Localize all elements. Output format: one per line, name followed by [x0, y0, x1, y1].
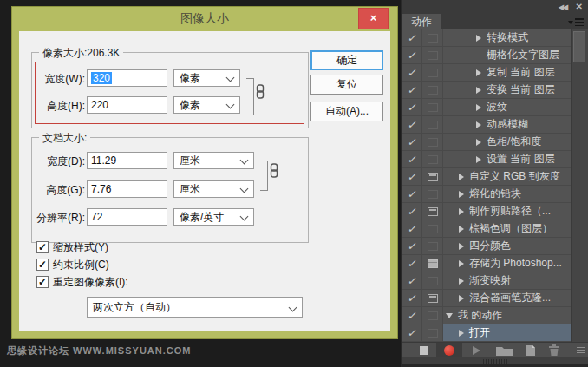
dialog-toggle[interactable] — [422, 272, 443, 289]
expand-arrow-icon[interactable] — [476, 104, 481, 111]
include-toggle[interactable]: ✓ — [402, 116, 422, 133]
scale-styles-checkbox[interactable]: ✓ — [36, 241, 49, 253]
action-row[interactable]: ✓存储为 Photoshop... — [402, 255, 571, 272]
drag-grip-icon[interactable] — [483, 359, 507, 364]
dialog-toggle[interactable] — [422, 116, 443, 133]
close-button[interactable]: × — [358, 8, 389, 29]
dialog-toggle[interactable] — [422, 324, 443, 341]
action-row[interactable]: ✓动感模糊 — [402, 116, 571, 134]
action-row[interactable]: ✓棕褐色调（图层） — [402, 220, 571, 238]
expand-arrow-icon[interactable] — [476, 87, 481, 94]
pixel-height-unit-select[interactable]: 像素 — [173, 96, 240, 114]
dialog-toggle[interactable] — [422, 238, 443, 254]
panel-close-icon[interactable]: ✕ — [576, 2, 583, 11]
new-set-button[interactable] — [495, 345, 514, 356]
include-toggle[interactable]: ✓ — [402, 99, 422, 115]
action-row[interactable]: ✓四分颜色 — [402, 238, 571, 255]
scrollbar[interactable] — [571, 29, 588, 342]
pixel-width-input[interactable]: 320 — [87, 69, 167, 87]
resample-image-checkbox[interactable]: ✓ — [36, 276, 49, 288]
dialog-toggle[interactable] — [422, 203, 443, 220]
action-row[interactable]: ✓色相/饱和度 — [402, 134, 571, 151]
dialog-toggle[interactable] — [422, 186, 443, 202]
include-toggle[interactable]: ✓ — [402, 151, 422, 167]
include-toggle[interactable]: ✓ — [402, 82, 422, 98]
dialog-toggle[interactable] — [422, 134, 443, 150]
tab-actions[interactable]: 动作 — [402, 14, 441, 29]
stop-button[interactable] — [420, 346, 428, 355]
auto-button[interactable]: 自动(A)... — [310, 102, 383, 121]
play-button[interactable] — [473, 346, 480, 355]
include-toggle[interactable]: ✓ — [402, 255, 422, 272]
action-row[interactable]: ✓复制 当前 图层 — [402, 64, 571, 82]
expand-arrow-icon[interactable] — [459, 260, 464, 267]
include-toggle[interactable]: ✓ — [402, 290, 422, 306]
expand-arrow-icon[interactable] — [459, 208, 464, 215]
dialog-toggle[interactable] — [422, 290, 443, 306]
include-toggle[interactable]: ✓ — [402, 220, 422, 237]
expand-arrow-icon[interactable] — [476, 139, 481, 146]
collapse-to-icons-icon[interactable]: ◂◂ — [559, 1, 567, 13]
doc-width-unit-select[interactable]: 厘米 — [173, 152, 254, 169]
pixel-width-unit-select[interactable]: 像素 — [173, 69, 240, 87]
action-row[interactable]: ✓熔化的铅块 — [402, 186, 571, 203]
constrain-proportions-checkbox[interactable]: ✓ — [36, 259, 49, 271]
doc-width-input[interactable]: 11.29 — [87, 152, 167, 169]
resample-method-select[interactable]: 两次立方（自动） — [87, 297, 303, 318]
dialog-toggle[interactable] — [422, 47, 443, 63]
expand-arrow-icon[interactable] — [476, 121, 481, 128]
action-row-selected[interactable]: ✓打开 — [402, 324, 571, 342]
include-toggle[interactable]: ✓ — [402, 272, 422, 289]
dialog-toggle[interactable] — [422, 307, 443, 324]
action-row[interactable]: ✓制作剪贴路径（... — [402, 203, 571, 220]
include-toggle[interactable]: ✓ — [402, 134, 422, 150]
doc-height-input[interactable]: 7.76 — [87, 180, 167, 198]
dialog-toggle[interactable] — [422, 64, 443, 81]
dialog-toggle[interactable] — [422, 255, 443, 272]
expand-arrow-icon[interactable] — [459, 278, 464, 285]
expand-arrow-icon[interactable] — [459, 226, 464, 233]
ok-button[interactable]: 确定 — [310, 50, 383, 70]
resolution-input[interactable]: 72 — [87, 208, 167, 226]
include-toggle[interactable]: ✓ — [402, 238, 422, 254]
dialog-toggle[interactable] — [422, 29, 443, 46]
include-toggle[interactable]: ✓ — [402, 168, 422, 185]
expand-arrow-icon[interactable] — [476, 156, 481, 163]
action-row[interactable]: ✓转换模式 — [402, 29, 571, 47]
doc-height-unit-select[interactable]: 厘米 — [173, 180, 254, 198]
expand-arrow-icon[interactable] — [459, 174, 464, 180]
expand-arrow-icon[interactable] — [459, 295, 464, 302]
action-row[interactable]: ✓自定义 RGB 到灰度 — [402, 168, 571, 186]
dialog-toggle[interactable] — [422, 99, 443, 115]
scrollbar-thumb[interactable] — [573, 31, 585, 62]
action-row[interactable]: ✓设置 当前 图层 — [402, 151, 571, 168]
dialog-toggle[interactable] — [422, 220, 443, 237]
expand-arrow-icon[interactable] — [459, 243, 464, 250]
dialog-toggle[interactable] — [422, 151, 443, 167]
include-toggle[interactable]: ✓ — [402, 29, 422, 46]
action-row[interactable]: ✓波纹 — [402, 99, 571, 116]
include-toggle[interactable]: ✓ — [402, 186, 422, 202]
record-button[interactable] — [436, 343, 462, 357]
include-toggle[interactable]: ✓ — [402, 324, 422, 341]
action-row[interactable]: ✓栅格化文字图层 — [402, 47, 571, 64]
expand-arrow-icon[interactable] — [459, 191, 464, 198]
pixel-height-input[interactable]: 220 — [87, 96, 167, 114]
dialog-toggle[interactable] — [422, 82, 443, 98]
expand-arrow-icon[interactable] — [476, 35, 481, 42]
include-toggle[interactable]: ✓ — [402, 307, 422, 324]
collapse-arrow-icon[interactable] — [446, 313, 453, 318]
action-row[interactable]: ✓渐变映射 — [402, 272, 571, 290]
new-action-button[interactable] — [526, 344, 536, 357]
expand-arrow-icon[interactable] — [476, 69, 481, 76]
resize-grip-icon[interactable] — [577, 347, 585, 354]
dialog-titlebar[interactable]: 图像大小 × — [12, 7, 397, 31]
include-toggle[interactable]: ✓ — [402, 64, 422, 81]
panel-menu-icon[interactable] — [568, 18, 584, 26]
expand-arrow-icon[interactable] — [459, 330, 464, 337]
action-row[interactable]: ✓混合器画笔克隆... — [402, 290, 571, 307]
include-toggle[interactable]: ✓ — [402, 47, 422, 63]
include-toggle[interactable]: ✓ — [402, 203, 422, 220]
resolution-unit-select[interactable]: 像素/英寸 — [173, 208, 254, 226]
delete-button[interactable] — [549, 344, 559, 356]
